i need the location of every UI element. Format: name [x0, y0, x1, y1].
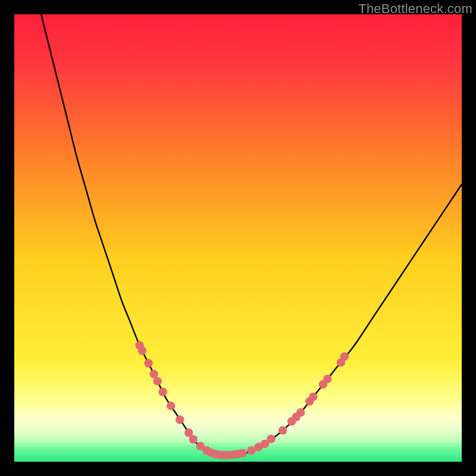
data-marker	[278, 426, 287, 434]
gradient-background	[14, 14, 462, 462]
data-marker	[340, 352, 349, 361]
data-marker	[153, 377, 161, 385]
data-marker	[323, 375, 331, 383]
data-marker	[138, 346, 146, 355]
data-marker	[296, 408, 305, 416]
data-marker	[189, 435, 198, 443]
data-marker	[158, 387, 167, 396]
data-marker	[176, 415, 184, 424]
data-marker	[238, 449, 246, 458]
chart-frame	[14, 14, 462, 462]
data-marker	[167, 402, 175, 410]
data-marker	[267, 434, 275, 443]
data-marker	[309, 393, 317, 401]
bottleneck-chart	[14, 14, 462, 462]
data-marker	[144, 359, 152, 367]
